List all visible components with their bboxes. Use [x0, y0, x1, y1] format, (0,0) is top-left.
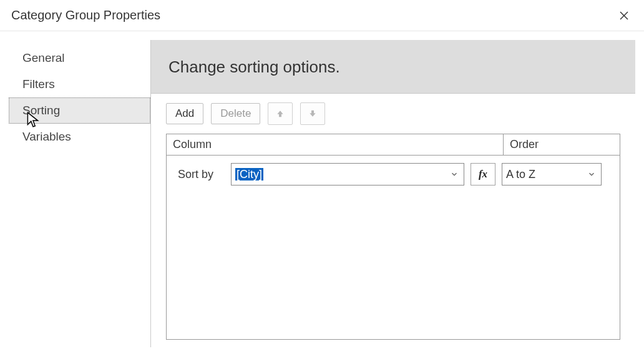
- order-dropdown[interactable]: A to Z: [502, 163, 602, 185]
- sort-row: Sort by [City] fx: [167, 156, 620, 193]
- sort-grid: Column Order Sort by [City]: [166, 134, 620, 340]
- sort-by-value: [City]: [235, 168, 263, 181]
- dialog-body: General Filters Sorting Variables Change…: [0, 31, 644, 356]
- toolbar: Add Delete: [166, 102, 620, 125]
- sidebar-item-label: Filters: [22, 77, 55, 91]
- chevron-down-icon: [587, 170, 596, 179]
- titlebar: Category Group Properties: [0, 0, 644, 31]
- sidebar-item-label: Sorting: [22, 104, 60, 117]
- header-order: Order: [504, 134, 620, 155]
- sidebar-item-general[interactable]: General: [9, 45, 150, 71]
- heading-area: Change sorting options.: [151, 40, 635, 93]
- sidebar-item-label: Variables: [22, 130, 71, 143]
- sidebar-item-variables[interactable]: Variables: [9, 124, 150, 150]
- arrow-up-icon: [275, 109, 285, 119]
- fx-icon: fx: [479, 168, 487, 180]
- sidebar-item-label: General: [22, 51, 65, 64]
- dialog-inner: General Filters Sorting Variables Change…: [9, 40, 635, 347]
- expression-button[interactable]: fx: [471, 163, 495, 185]
- sort-by-dropdown[interactable]: [City]: [231, 163, 464, 185]
- page-title: Change sorting options.: [168, 57, 618, 77]
- sidebar: General Filters Sorting Variables: [9, 40, 151, 347]
- window-title: Category Group Properties: [11, 8, 160, 22]
- arrow-down-icon: [308, 109, 318, 119]
- grid-header: Column Order: [167, 134, 620, 156]
- body-area: Add Delete Column: [151, 93, 635, 351]
- header-column: Column: [167, 134, 504, 155]
- order-value: A to Z: [506, 168, 535, 181]
- sidebar-item-sorting[interactable]: Sorting: [9, 97, 150, 124]
- move-up-button[interactable]: [268, 102, 293, 125]
- main-panel: Change sorting options. Add Delete: [151, 40, 635, 347]
- close-icon: [618, 10, 630, 21]
- sort-by-label: Sort by: [178, 168, 225, 181]
- delete-button[interactable]: Delete: [211, 103, 260, 124]
- sidebar-item-filters[interactable]: Filters: [9, 71, 150, 97]
- move-down-button[interactable]: [300, 102, 325, 125]
- chevron-down-icon: [450, 170, 459, 179]
- close-button[interactable]: [615, 7, 633, 24]
- add-button[interactable]: Add: [166, 103, 203, 124]
